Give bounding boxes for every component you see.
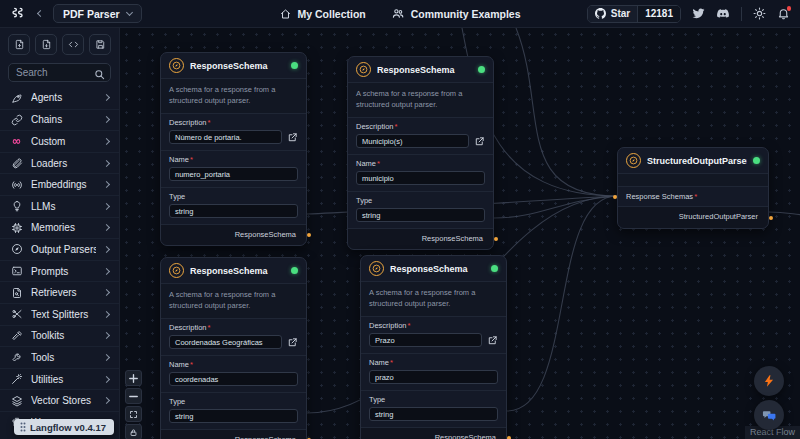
external-link-icon [474,136,485,147]
sidebar-item-memories[interactable]: Memories [0,217,119,239]
type-input[interactable]: string [369,407,498,421]
chevron-right-icon [103,181,110,188]
sidebar-item-loaders[interactable]: Loaders [0,152,119,174]
sidebar-item-vector-stores[interactable]: Vector Stores [0,389,119,411]
name-input[interactable]: municipio [356,171,485,185]
sidebar-item-tools[interactable]: Tools [0,346,119,368]
node-structured-output-parser[interactable]: StructuredOutputParser Response Schemas*… [617,147,769,229]
search-icon [94,66,105,84]
field-label: Name [356,159,376,168]
field-label: Name [169,360,189,369]
field-label: Type [369,395,385,404]
zoom-in-button[interactable] [125,370,142,386]
zoom-out-button[interactable] [125,388,142,404]
sidebar-item-embeddings[interactable]: Embeddings [0,173,119,195]
sidebar-item-label: Memories [31,222,96,233]
output-handle[interactable] [494,237,498,241]
top-bar-actions: Star 12181 [587,5,790,23]
sidebar-item-label: Toolkits [31,330,96,341]
sidebar-toolbar [0,28,119,60]
export-flow-button[interactable] [35,34,57,55]
run-flow-button[interactable] [754,366,784,396]
node-response-schema-2[interactable]: ResponseSchema A schema for a response f… [347,56,494,250]
github-star-button[interactable]: Star [588,6,637,22]
name-input[interactable]: prazo [369,370,498,384]
output-label: ResponseSchema [235,435,296,439]
name-input[interactable]: coordenadas [169,372,298,386]
theme-toggle-button[interactable] [753,7,766,20]
file-export-icon [41,39,52,50]
chat-bubbles-icon [762,408,777,423]
sidebar-item-utilities[interactable]: Utilities [0,368,119,390]
expand-button[interactable] [287,337,298,348]
sidebar-item-custom[interactable]: Custom [0,130,119,152]
node-description: A schema for a response from a structure… [361,281,506,316]
nav-my-collection[interactable]: My Collection [280,8,366,20]
nav-community-examples-label: Community Examples [411,8,521,20]
langflow-logo [10,6,25,21]
sidebar-categories: Agents Chains Custom Loaders Embeddings … [0,87,119,433]
twitter-button[interactable] [692,7,705,20]
node-response-schema-3[interactable]: ResponseSchema A schema for a response f… [160,257,307,439]
type-input[interactable]: string [169,409,298,423]
sidebar-item-chains[interactable]: Chains [0,109,119,131]
sidebar-item-llms[interactable]: LLMs [0,195,119,217]
sidebar-item-retrievers[interactable]: Retrievers [0,281,119,303]
chevron-right-icon [103,311,110,318]
node-output: ResponseSchema [161,224,306,245]
type-input[interactable]: string [356,208,485,222]
code-button[interactable] [62,34,84,55]
description-input[interactable]: Número de portaria. [169,130,282,144]
sidebar-item-agents[interactable]: Agents [0,87,119,109]
sidebar-item-label: Vector Stores [31,395,96,406]
sidebar-item-prompts[interactable]: Prompts [0,260,119,282]
field-label: Type [169,397,185,406]
node-response-schema-4[interactable]: ResponseSchema A schema for a response f… [360,255,507,439]
description-input[interactable]: Prazo [369,333,482,347]
field-label: Description [169,118,207,127]
required-mark: * [190,155,193,164]
expand-button[interactable] [287,132,298,143]
input-handle[interactable] [613,195,617,199]
nav-my-collection-label: My Collection [298,8,366,20]
name-input[interactable]: numero_portaria [169,167,298,181]
sidebar-item-label: Loaders [31,158,96,169]
type-input[interactable]: string [169,204,298,218]
lock-button[interactable] [125,424,142,439]
sidebar-item-label: Agents [31,92,96,103]
flow-selector-button[interactable]: PDF Parser [53,4,142,23]
output-handle[interactable] [307,233,311,237]
field-type: Type string [161,392,306,429]
top-bar: PDF Parser My Collection Community Examp… [0,0,800,28]
description-input[interactable]: Coordenadas Geográficas [169,335,282,349]
lock-icon [129,428,138,437]
required-mark: * [190,360,193,369]
node-response-schema-1[interactable]: ResponseSchema A schema for a response f… [160,52,307,246]
node-output: ResponseSchema [361,427,506,439]
description-input[interactable]: Municipio(s) [356,134,469,148]
github-star-widget[interactable]: Star 12181 [587,5,681,23]
output-handle[interactable] [769,216,773,220]
expand-button[interactable] [487,335,498,346]
sidebar-item-text-splitters[interactable]: Text Splitters [0,303,119,325]
import-flow-button[interactable] [8,34,30,55]
save-button[interactable] [89,34,111,55]
output-label: StructuredOutputParser [679,212,758,221]
notifications-button[interactable] [777,7,790,20]
compass-icon [356,62,371,77]
sidebar-item-output-parsers[interactable]: Output Parsers [0,238,119,260]
fit-view-button[interactable] [125,406,142,422]
chat-button[interactable] [754,400,784,430]
flow-name: PDF Parser [63,8,120,20]
back-button[interactable] [33,7,47,21]
sidebar-item-toolkits[interactable]: Toolkits [0,325,119,347]
lightning-icon [762,374,776,388]
node-body-spacer [618,173,768,186]
flow-canvas[interactable]: ResponseSchema A schema for a response f… [120,28,800,439]
nav-community-examples[interactable]: Community Examples [392,7,521,20]
field-label: Name [169,155,189,164]
fit-view-icon [129,410,138,419]
discord-button[interactable] [716,7,730,21]
sidebar-item-label: Prompts [31,266,96,277]
expand-button[interactable] [474,136,485,147]
